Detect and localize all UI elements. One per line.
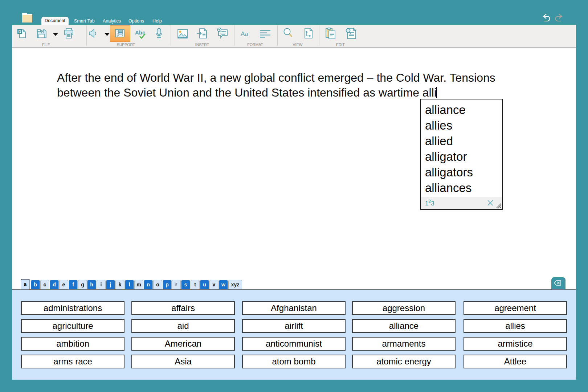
svg-text:D: D bbox=[19, 29, 21, 34]
